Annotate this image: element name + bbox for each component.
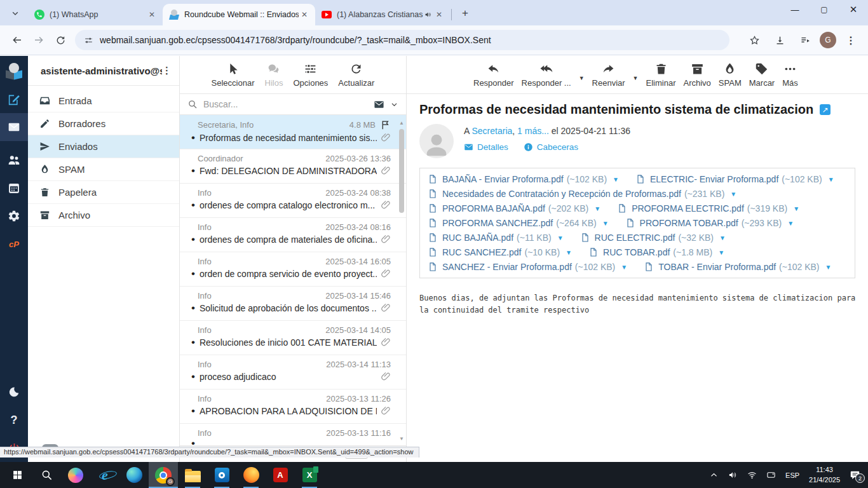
attachment-menu-caret-icon[interactable]: ▼ xyxy=(793,205,799,212)
attachment-item[interactable]: RUC BAJAÑA.pdf(~11 KB)▼ xyxy=(428,233,564,243)
message-list-item[interactable]: Info2025-03-24 08:38•ordenes de compra c… xyxy=(180,184,406,218)
forward-button[interactable]: Reenviar xyxy=(592,62,625,88)
tab-audio-icon[interactable] xyxy=(424,11,432,18)
message-list-item[interactable]: Coordinador2025-03-26 13:36•Fwd: DELEGAC… xyxy=(180,149,406,184)
wifi-icon[interactable] xyxy=(747,470,757,480)
recipient-link[interactable]: Secretaria xyxy=(471,126,512,136)
new-tab-button[interactable]: + xyxy=(457,5,473,22)
file-explorer-button[interactable] xyxy=(178,462,207,488)
bookmark-star-icon[interactable] xyxy=(743,29,765,51)
more-recipients-link[interactable]: 1 más... xyxy=(517,126,549,136)
start-button[interactable] xyxy=(3,462,32,488)
scroll-up-icon[interactable]: ▲ xyxy=(399,120,404,126)
message-list-item[interactable]: Info2025-03-14 11:13•proceso adjudicaco xyxy=(180,355,406,390)
mail-nav-button[interactable] xyxy=(0,113,28,141)
sidebar-folder-archivo[interactable]: Archivo xyxy=(28,204,179,227)
attachment-name[interactable]: TOBAR - Enviar Proforma.pdf xyxy=(658,262,776,272)
account-menu-icon[interactable]: ⋮ xyxy=(162,65,172,76)
attachment-item[interactable]: RUC TOBAR.pdf(~1.8 MB)▼ xyxy=(588,247,724,257)
attachment-item[interactable]: PROFORMA SANCHEZ.pdf(~264 KB)▼ xyxy=(428,218,609,228)
message-list-item[interactable]: Secretaria, Info4.8 MB•Proformas de nece… xyxy=(180,115,406,149)
downloads-icon[interactable] xyxy=(769,29,790,51)
attachment-menu-caret-icon[interactable]: ▼ xyxy=(557,234,564,241)
meet-now-icon[interactable] xyxy=(766,470,776,480)
scrollbar-thumb[interactable] xyxy=(399,129,404,213)
sidebar-folder-spam[interactable]: SPAM xyxy=(28,158,179,181)
notification-center-button[interactable]: 2 xyxy=(850,470,860,480)
headers-toggle[interactable]: Cabeceras xyxy=(524,142,578,152)
tab-close-icon[interactable]: ✕ xyxy=(146,9,158,20)
attachment-item[interactable]: SANCHEZ - Enviar Proforma.pdf(~102 KB)▼ xyxy=(428,262,627,272)
attachment-name[interactable]: PROFORMA ELECTRIC.pdf xyxy=(632,203,744,214)
attachment-item[interactable]: RUC SANCHEZ.pdf(~10 KB)▼ xyxy=(428,247,572,257)
attachment-menu-caret-icon[interactable]: ▼ xyxy=(566,249,572,256)
attachment-name[interactable]: Necesidades de Contratación y Recepción … xyxy=(442,189,681,199)
address-bar[interactable]: webmail.sanjuan.gob.ec/cpsess0041471768/… xyxy=(75,30,729,50)
attachment-name[interactable]: PROFORMA BAJAÑA.pdf xyxy=(442,203,545,214)
search-bar[interactable]: Buscar... xyxy=(180,94,406,115)
attachment-item[interactable]: RUC ELECTRIC.pdf(~32 KB)▼ xyxy=(580,233,726,243)
back-button[interactable] xyxy=(6,29,28,51)
spam-button[interactable]: SPAM xyxy=(719,62,742,88)
attachment-menu-caret-icon[interactable]: ▼ xyxy=(828,176,834,183)
browser-profile-avatar[interactable]: G xyxy=(820,32,836,48)
search-options-chevron-icon[interactable] xyxy=(390,100,398,109)
calendar-nav-button[interactable] xyxy=(0,174,28,202)
taskbar-search-button[interactable] xyxy=(32,462,61,488)
flag-icon[interactable] xyxy=(380,119,391,130)
attachment-name[interactable]: PROFORMA SANCHEZ.pdf xyxy=(442,218,553,228)
attachment-menu-caret-icon[interactable]: ▼ xyxy=(730,191,736,198)
acrobat-button[interactable]: A xyxy=(266,462,295,488)
archive-button[interactable]: Archivo xyxy=(684,62,711,88)
reply-all-caret-icon[interactable]: ▼ xyxy=(579,75,585,81)
message-list-item[interactable]: Info2025-03-13 11:26•APROBACION PARA LA … xyxy=(180,390,406,424)
tray-chevron-up-icon[interactable] xyxy=(709,470,719,480)
firefox-button[interactable] xyxy=(236,462,266,488)
attachment-menu-caret-icon[interactable]: ▼ xyxy=(602,220,609,227)
compose-button[interactable] xyxy=(0,85,28,113)
more-button[interactable]: Más xyxy=(782,62,798,88)
tab-close-icon[interactable]: ✕ xyxy=(433,9,445,20)
excel-button[interactable]: X xyxy=(295,462,324,488)
details-toggle[interactable]: Detalles xyxy=(464,142,508,152)
attachment-name[interactable]: ELECTRIC- Enviar Proforma.pdf xyxy=(650,174,778,184)
scroll-down-icon[interactable]: ▼ xyxy=(399,436,404,442)
attachment-name[interactable]: PROFORMA TOBAR.pdf xyxy=(640,218,738,228)
volume-icon[interactable] xyxy=(728,470,738,480)
refresh-button[interactable]: Actualizar xyxy=(338,62,374,88)
attachment-name[interactable]: RUC ELECTRIC.pdf xyxy=(595,233,675,243)
browser-tab-whatsapp[interactable]: (1) WhatsApp ✕ xyxy=(28,4,163,25)
search-input[interactable]: Buscar... xyxy=(203,99,368,109)
attachment-menu-caret-icon[interactable]: ▼ xyxy=(613,176,619,183)
language-indicator[interactable]: ESP xyxy=(785,471,799,479)
site-controls-icon[interactable] xyxy=(84,36,93,45)
message-list-item[interactable]: Info2025-03-14 14:05•Resoluciones de ini… xyxy=(180,321,406,355)
attachment-item[interactable]: Necesidades de Contratación y Recepción … xyxy=(428,189,736,199)
message-list-item[interactable]: Info2025-03-14 16:05•orden de compra ser… xyxy=(180,252,406,287)
contacts-nav-button[interactable] xyxy=(0,146,28,174)
search-scope-icon[interactable] xyxy=(374,99,384,110)
internet-explorer-button[interactable]: e xyxy=(90,462,119,488)
reply-all-button[interactable]: Responder ... xyxy=(522,62,571,88)
browser-tab-roundcube[interactable]: Roundcube Webmail :: Enviados ✕ xyxy=(163,4,315,25)
attachment-item[interactable]: ELECTRIC- Enviar Proforma.pdf(~102 KB)▼ xyxy=(635,174,834,184)
tab-close-icon[interactable]: ✕ xyxy=(299,9,310,20)
sidebar-folder-entrada[interactable]: Entrada xyxy=(28,90,179,112)
mark-button[interactable]: Marcar xyxy=(749,62,775,88)
copilot-button[interactable] xyxy=(61,462,90,488)
sidebar-folder-borradores[interactable]: Borradores xyxy=(28,112,179,135)
message-list-item[interactable]: Info2025-03-14 15:46•Solicitud de aproba… xyxy=(180,287,406,321)
browser-menu-icon[interactable]: ⋮ xyxy=(840,29,862,51)
attachment-name[interactable]: RUC SANCHEZ.pdf xyxy=(442,247,521,257)
attachment-menu-caret-icon[interactable]: ▼ xyxy=(787,220,794,227)
help-button[interactable]: ? xyxy=(0,406,28,434)
reply-button[interactable]: Responder xyxy=(473,62,514,88)
attachment-item[interactable]: PROFORMA ELECTRIC.pdf(~319 KB)▼ xyxy=(617,203,799,214)
forward-button[interactable] xyxy=(28,29,50,51)
attachment-menu-caret-icon[interactable]: ▼ xyxy=(719,234,726,241)
settings-nav-button[interactable] xyxy=(0,202,28,230)
attachment-menu-caret-icon[interactable]: ▼ xyxy=(621,264,627,271)
sidebar-folder-papelera[interactable]: Papelera xyxy=(28,181,179,204)
tab-search-button[interactable] xyxy=(6,4,24,22)
attachment-name[interactable]: RUC TOBAR.pdf xyxy=(603,247,670,257)
